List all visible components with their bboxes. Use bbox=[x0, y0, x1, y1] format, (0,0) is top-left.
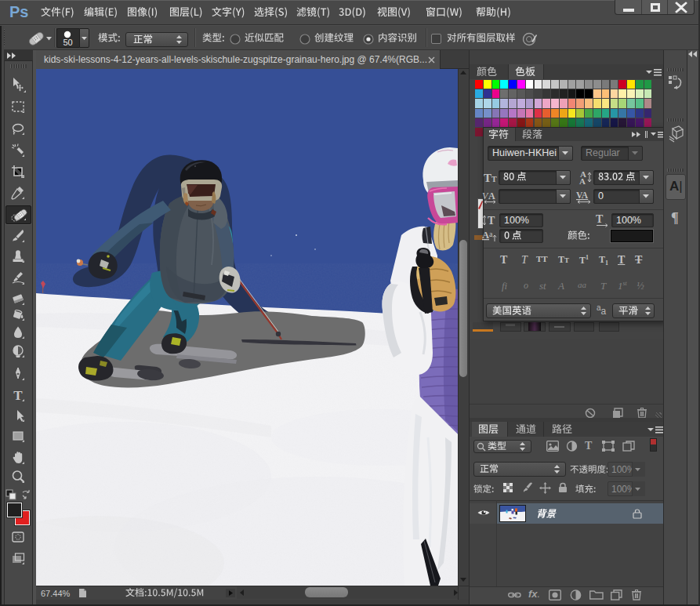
svg-text:A: A bbox=[488, 191, 495, 201]
svg-text:a: a bbox=[489, 230, 493, 238]
svg-text:T: T bbox=[13, 388, 23, 403]
svg-text:T: T bbox=[488, 215, 495, 227]
svg-text:A: A bbox=[482, 230, 489, 241]
svg-text:VA: VA bbox=[576, 191, 589, 200]
svg-text:T: T bbox=[596, 213, 604, 225]
svg-text:A: A bbox=[579, 176, 586, 185]
